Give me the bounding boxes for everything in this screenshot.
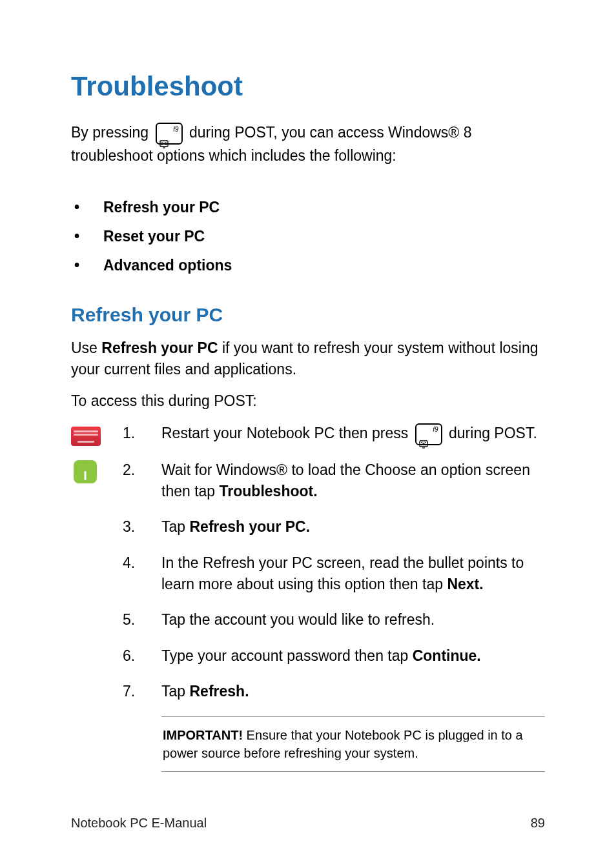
steps-area: 1. Restart your Notebook PC then press f… xyxy=(71,423,545,787)
important-note: IMPORTANT! Ensure that your Notebook PC … xyxy=(161,716,545,772)
step-text: Tap the account you would like to refres… xyxy=(161,609,545,631)
footer-page-number: 89 xyxy=(531,816,545,831)
step-number: 4. xyxy=(123,552,138,596)
lead-text: To access this during POST: xyxy=(71,392,545,410)
step-before: Tap the account you would like to refres… xyxy=(161,611,435,628)
icons-column xyxy=(71,423,102,787)
step-item: 2. Wait for Windows® to load the Choose … xyxy=(123,459,545,503)
step-bold: Next. xyxy=(447,576,483,592)
step-number: 3. xyxy=(123,516,138,538)
keyboard-icon xyxy=(71,427,101,446)
step-text: Type your account password then tap Cont… xyxy=(161,645,545,667)
step-number: 2. xyxy=(123,459,138,503)
screen-glyph-icon xyxy=(419,434,428,443)
step-bold: Continue. xyxy=(413,647,481,664)
step-bold: Troubleshoot. xyxy=(220,483,318,500)
step-item: 4. In the Refresh your PC screen, read t… xyxy=(123,552,545,596)
f9-key-icon: f9 xyxy=(415,423,442,445)
section-title: Refresh your PC xyxy=(71,304,545,326)
intro-text-before: By pressing xyxy=(71,124,153,141)
step-text: Tap Refresh your PC. xyxy=(161,516,545,538)
step-text: In the Refresh your PC screen, read the … xyxy=(161,552,545,596)
note-bold: IMPORTANT! xyxy=(163,728,243,742)
intro-bold: Refresh your PC xyxy=(101,339,218,356)
step-before: Wait for Windows® to load the Choose an … xyxy=(161,461,530,500)
step-bold: Refresh. xyxy=(189,683,249,700)
key-label: f9 xyxy=(433,425,438,435)
intro-prefix: Use xyxy=(71,339,101,356)
step-number: 1. xyxy=(123,423,138,445)
step-item: 6. Type your account password then tap C… xyxy=(123,645,545,667)
footer-left: Notebook PC E-Manual xyxy=(71,816,207,831)
intro-paragraph: By pressing f9 during POST, you can acce… xyxy=(71,121,545,167)
page-title: Troubleshoot xyxy=(71,71,545,102)
step-text: Tap Refresh. xyxy=(161,681,545,702)
step-item: 5. Tap the account you would like to ref… xyxy=(123,609,545,631)
step-item: 1. Restart your Notebook PC then press f… xyxy=(123,423,545,445)
step-before: Tap xyxy=(161,683,189,700)
step-number: 6. xyxy=(123,645,138,667)
bullet-item: Reset your PC xyxy=(103,228,545,245)
step-item: 7. Tap Refresh. xyxy=(123,681,545,702)
step-before: Tap xyxy=(161,518,189,535)
step-before: Type your account password then tap xyxy=(161,647,413,664)
key-label: f9 xyxy=(173,125,178,134)
f9-key-icon: f9 xyxy=(156,123,183,145)
page: Troubleshoot By pressing f9 during POST,… xyxy=(0,0,616,868)
step-number: 7. xyxy=(123,681,138,702)
page-footer: Notebook PC E-Manual 89 xyxy=(71,816,545,831)
note-row: IMPORTANT! Ensure that your Notebook PC … xyxy=(123,716,545,772)
step-before: Restart your Notebook PC then press xyxy=(161,425,413,441)
step-text: Restart your Notebook PC then press f9 d… xyxy=(161,423,545,445)
step-text: Wait for Windows® to load the Choose an … xyxy=(161,459,545,503)
bullet-item: Advanced options xyxy=(103,257,545,274)
step-item: 3. Tap Refresh your PC. xyxy=(123,516,545,538)
bullet-item: Refresh your PC xyxy=(103,199,545,216)
screen-glyph-icon xyxy=(159,133,169,142)
steps-list: 1. Restart your Notebook PC then press f… xyxy=(123,423,545,787)
step-number: 5. xyxy=(123,609,138,631)
step-bold: Refresh your PC. xyxy=(189,518,310,535)
step-after: during POST. xyxy=(449,425,537,441)
touch-icon xyxy=(74,460,97,483)
bullet-list: Refresh your PC Reset your PC Advanced o… xyxy=(71,187,545,286)
section-intro: Use Refresh your PC if you want to refre… xyxy=(71,338,545,379)
